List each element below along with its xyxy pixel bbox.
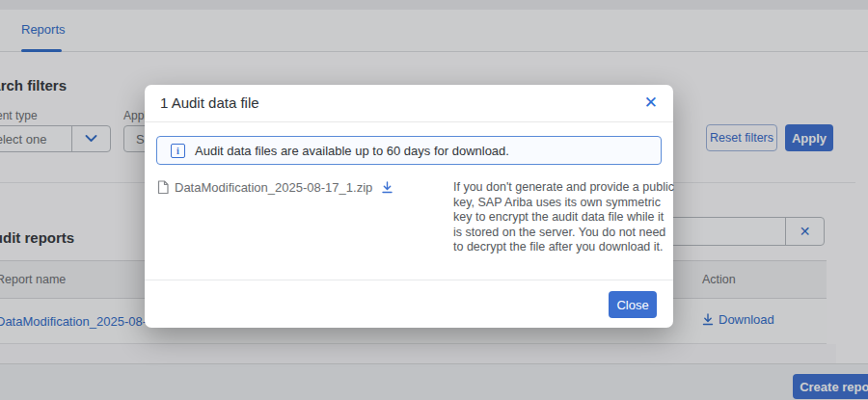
audit-file-row: DataModification_2025-08-17_1.zip — [157, 180, 393, 195]
info-banner-text: Audit data files are available up to 60 … — [195, 144, 509, 158]
audit-data-file-dialog: 1 Audit data file ✕ i Audit data files a… — [145, 85, 673, 328]
dialog-header: 1 Audit data file ✕ — [145, 85, 673, 122]
close-button[interactable]: Close — [609, 291, 657, 318]
dialog-title: 1 Audit data file — [160, 94, 259, 111]
close-icon: ✕ — [644, 93, 658, 112]
file-download-button[interactable] — [378, 181, 393, 194]
dialog-close-button[interactable]: ✕ — [644, 92, 658, 115]
info-banner: i Audit data files are available up to 6… — [156, 136, 662, 165]
screen: Reports Search filters Event type Select… — [0, 0, 868, 400]
file-icon — [157, 180, 169, 195]
audit-file-name: DataModification_2025-08-17_1.zip — [175, 180, 372, 195]
info-icon: i — [171, 144, 185, 158]
encryption-note: If you don't generate and provide a publ… — [453, 180, 675, 255]
dialog-footer: Close — [145, 280, 673, 328]
download-icon — [381, 181, 393, 194]
